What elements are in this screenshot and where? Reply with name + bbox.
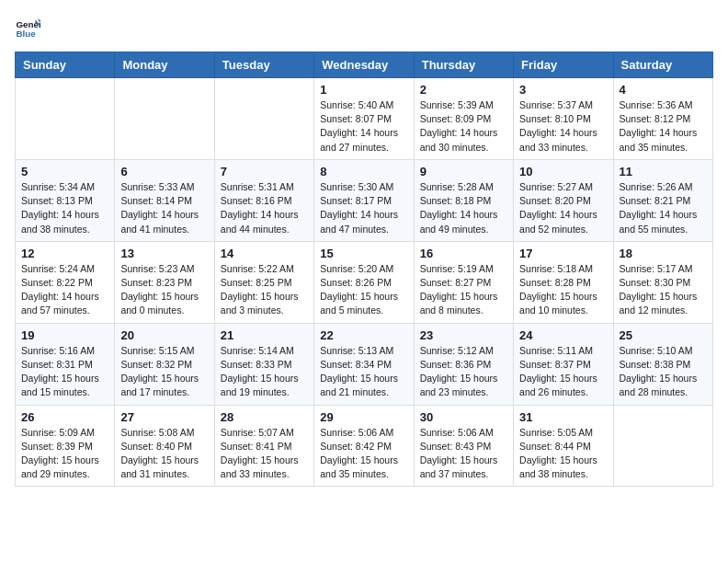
- day-number: 4: [620, 83, 707, 97]
- calendar-cell: [613, 405, 712, 487]
- day-info: Sunrise: 5:17 AMSunset: 8:30 PMDaylight:…: [620, 262, 707, 318]
- calendar-cell: [115, 78, 214, 160]
- day-header-monday: Monday: [115, 52, 214, 78]
- day-number: 15: [320, 247, 407, 260]
- day-number: 14: [221, 247, 308, 260]
- day-number: 7: [221, 165, 308, 178]
- calendar-cell: 13Sunrise: 5:23 AMSunset: 8:23 PMDayligh…: [115, 241, 214, 323]
- calendar-cell: 20Sunrise: 5:15 AMSunset: 8:32 PMDayligh…: [115, 323, 214, 405]
- day-info: Sunrise: 5:11 AMSunset: 8:37 PMDaylight:…: [519, 344, 607, 400]
- day-number: 25: [620, 328, 707, 342]
- day-number: 19: [21, 328, 108, 342]
- day-number: 10: [519, 165, 607, 178]
- day-info: Sunrise: 5:36 AMSunset: 8:12 PMDaylight:…: [620, 98, 707, 155]
- day-number: 3: [519, 83, 607, 97]
- day-info: Sunrise: 5:19 AMSunset: 8:27 PMDaylight:…: [420, 262, 507, 318]
- day-info: Sunrise: 5:20 AMSunset: 8:26 PMDaylight:…: [320, 262, 407, 318]
- svg-text:Blue: Blue: [16, 29, 36, 39]
- day-number: 27: [120, 410, 208, 424]
- day-number: 11: [620, 165, 707, 178]
- day-info: Sunrise: 5:05 AMSunset: 8:44 PMDaylight:…: [519, 426, 607, 482]
- calendar-cell: 23Sunrise: 5:12 AMSunset: 8:36 PMDayligh…: [414, 323, 513, 405]
- calendar-cell: 11Sunrise: 5:26 AMSunset: 8:21 PMDayligh…: [613, 159, 712, 241]
- calendar-cell: 14Sunrise: 5:22 AMSunset: 8:25 PMDayligh…: [214, 241, 313, 323]
- day-info: Sunrise: 5:31 AMSunset: 8:16 PMDaylight:…: [221, 180, 308, 236]
- calendar-cell: 4Sunrise: 5:36 AMSunset: 8:12 PMDaylight…: [613, 78, 712, 160]
- calendar-cell: 6Sunrise: 5:33 AMSunset: 8:14 PMDaylight…: [115, 159, 214, 241]
- day-info: Sunrise: 5:14 AMSunset: 8:33 PMDaylight:…: [221, 344, 308, 400]
- day-info: Sunrise: 5:09 AMSunset: 8:39 PMDaylight:…: [21, 426, 108, 482]
- day-info: Sunrise: 5:39 AMSunset: 8:09 PMDaylight:…: [420, 98, 507, 155]
- logo: General Blue: [15, 15, 44, 40]
- day-number: 5: [21, 165, 108, 178]
- day-header-tuesday: Tuesday: [214, 52, 313, 78]
- calendar-table: SundayMondayTuesdayWednesdayThursdayFrid…: [15, 52, 713, 487]
- day-info: Sunrise: 5:26 AMSunset: 8:21 PMDaylight:…: [620, 180, 707, 236]
- day-info: Sunrise: 5:28 AMSunset: 8:18 PMDaylight:…: [420, 180, 507, 236]
- day-info: Sunrise: 5:08 AMSunset: 8:40 PMDaylight:…: [120, 426, 208, 482]
- day-info: Sunrise: 5:06 AMSunset: 8:43 PMDaylight:…: [420, 426, 507, 482]
- day-number: 28: [221, 410, 308, 424]
- day-info: Sunrise: 5:27 AMSunset: 8:20 PMDaylight:…: [519, 180, 607, 236]
- calendar-cell: 15Sunrise: 5:20 AMSunset: 8:26 PMDayligh…: [314, 241, 414, 323]
- day-info: Sunrise: 5:23 AMSunset: 8:23 PMDaylight:…: [120, 262, 208, 318]
- calendar-cell: 17Sunrise: 5:18 AMSunset: 8:28 PMDayligh…: [514, 241, 613, 323]
- day-info: Sunrise: 5:07 AMSunset: 8:41 PMDaylight:…: [221, 426, 308, 482]
- calendar-cell: 31Sunrise: 5:05 AMSunset: 8:44 PMDayligh…: [514, 405, 613, 487]
- calendar-cell: 24Sunrise: 5:11 AMSunset: 8:37 PMDayligh…: [514, 323, 613, 405]
- page-header: General Blue: [15, 15, 713, 40]
- day-number: 9: [420, 165, 507, 178]
- calendar-cell: 22Sunrise: 5:13 AMSunset: 8:34 PMDayligh…: [314, 323, 414, 405]
- day-number: 6: [120, 165, 208, 178]
- calendar-cell: [214, 78, 313, 160]
- calendar-cell: 25Sunrise: 5:10 AMSunset: 8:38 PMDayligh…: [613, 323, 712, 405]
- calendar-week-row: 5Sunrise: 5:34 AMSunset: 8:13 PMDaylight…: [16, 159, 713, 241]
- calendar-header-row: SundayMondayTuesdayWednesdayThursdayFrid…: [16, 52, 713, 78]
- day-number: 23: [420, 328, 507, 342]
- calendar-cell: 2Sunrise: 5:39 AMSunset: 8:09 PMDaylight…: [414, 78, 513, 160]
- day-info: Sunrise: 5:24 AMSunset: 8:22 PMDaylight:…: [21, 262, 108, 318]
- day-info: Sunrise: 5:18 AMSunset: 8:28 PMDaylight:…: [519, 262, 607, 318]
- calendar-week-row: 26Sunrise: 5:09 AMSunset: 8:39 PMDayligh…: [16, 405, 713, 487]
- day-number: 8: [320, 165, 407, 178]
- day-info: Sunrise: 5:33 AMSunset: 8:14 PMDaylight:…: [120, 180, 208, 236]
- day-header-sunday: Sunday: [16, 52, 115, 78]
- day-info: Sunrise: 5:10 AMSunset: 8:38 PMDaylight:…: [620, 344, 707, 400]
- calendar-week-row: 1Sunrise: 5:40 AMSunset: 8:07 PMDaylight…: [16, 78, 713, 160]
- day-info: Sunrise: 5:34 AMSunset: 8:13 PMDaylight:…: [21, 180, 108, 236]
- day-number: 13: [120, 247, 208, 260]
- day-header-saturday: Saturday: [613, 52, 712, 78]
- day-header-thursday: Thursday: [414, 52, 513, 78]
- day-info: Sunrise: 5:13 AMSunset: 8:34 PMDaylight:…: [320, 344, 407, 400]
- day-number: 2: [420, 83, 507, 97]
- day-info: Sunrise: 5:16 AMSunset: 8:31 PMDaylight:…: [21, 344, 108, 400]
- day-number: 12: [21, 247, 108, 260]
- day-info: Sunrise: 5:30 AMSunset: 8:17 PMDaylight:…: [320, 180, 407, 236]
- day-header-friday: Friday: [514, 52, 613, 78]
- day-number: 26: [21, 410, 108, 424]
- day-info: Sunrise: 5:40 AMSunset: 8:07 PMDaylight:…: [320, 98, 407, 155]
- day-number: 16: [420, 247, 507, 260]
- calendar-cell: [16, 78, 115, 160]
- day-number: 31: [519, 410, 607, 424]
- day-info: Sunrise: 5:22 AMSunset: 8:25 PMDaylight:…: [221, 262, 308, 318]
- day-number: 24: [519, 328, 607, 342]
- day-info: Sunrise: 5:12 AMSunset: 8:36 PMDaylight:…: [420, 344, 507, 400]
- day-number: 20: [120, 328, 208, 342]
- calendar-cell: 18Sunrise: 5:17 AMSunset: 8:30 PMDayligh…: [613, 241, 712, 323]
- calendar-cell: 28Sunrise: 5:07 AMSunset: 8:41 PMDayligh…: [214, 405, 313, 487]
- day-number: 29: [320, 410, 407, 424]
- calendar-cell: 27Sunrise: 5:08 AMSunset: 8:40 PMDayligh…: [115, 405, 214, 487]
- logo-icon: General Blue: [15, 15, 40, 40]
- day-number: 30: [420, 410, 507, 424]
- day-number: 22: [320, 328, 407, 342]
- calendar-cell: 5Sunrise: 5:34 AMSunset: 8:13 PMDaylight…: [16, 159, 115, 241]
- calendar-cell: 29Sunrise: 5:06 AMSunset: 8:42 PMDayligh…: [314, 405, 414, 487]
- calendar-cell: 7Sunrise: 5:31 AMSunset: 8:16 PMDaylight…: [214, 159, 313, 241]
- calendar-cell: 19Sunrise: 5:16 AMSunset: 8:31 PMDayligh…: [16, 323, 115, 405]
- calendar-cell: 3Sunrise: 5:37 AMSunset: 8:10 PMDaylight…: [514, 78, 613, 160]
- calendar-week-row: 19Sunrise: 5:16 AMSunset: 8:31 PMDayligh…: [16, 323, 713, 405]
- day-number: 21: [221, 328, 308, 342]
- day-info: Sunrise: 5:06 AMSunset: 8:42 PMDaylight:…: [320, 426, 407, 482]
- calendar-cell: 21Sunrise: 5:14 AMSunset: 8:33 PMDayligh…: [214, 323, 313, 405]
